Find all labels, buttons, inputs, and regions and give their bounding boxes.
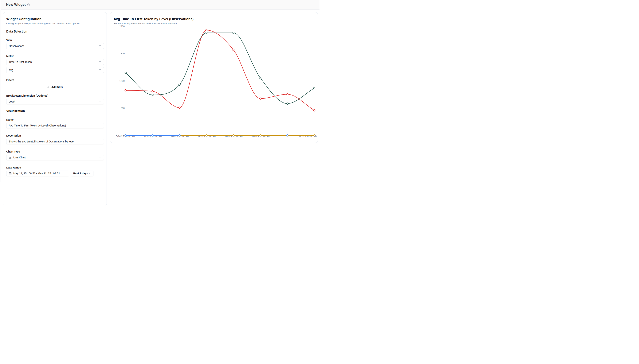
data-point-dark-teal[interactable] <box>206 32 207 34</box>
y-axis-tick-label: 2400 <box>119 25 125 28</box>
line-series-dark-teal <box>126 33 314 104</box>
calendar-icon <box>9 172 12 175</box>
data-point-red[interactable] <box>314 110 315 111</box>
data-point-blue[interactable] <box>152 135 153 136</box>
data-point-orange[interactable] <box>260 135 261 136</box>
page-header: New Widget <box>1 0 320 10</box>
metric-select-value: Time To First Token <box>9 60 32 64</box>
view-select-value: Observations <box>9 44 24 48</box>
add-filter-label: Add filter <box>51 86 63 88</box>
description-input[interactable] <box>6 139 104 144</box>
breakdown-dimension-select[interactable]: Level <box>6 99 104 104</box>
data-point-red[interactable] <box>179 107 180 108</box>
data-point-blue[interactable] <box>179 135 180 136</box>
data-point-red[interactable] <box>125 90 127 91</box>
chevron-down-icon <box>99 68 102 72</box>
chart-type-value: Line Chart <box>13 156 26 159</box>
date-preset-select[interactable]: Past 7 days <box>71 170 94 176</box>
plus-icon <box>47 86 50 88</box>
y-axis-tick-label: 600 <box>121 107 125 110</box>
page-title: New Widget <box>6 3 26 7</box>
data-point-dark-teal[interactable] <box>233 32 234 34</box>
breakdown-select-value: Level <box>9 100 15 103</box>
data-point-red[interactable] <box>206 29 207 31</box>
data-point-red[interactable] <box>152 90 153 92</box>
data-point-dark-teal[interactable] <box>152 94 153 96</box>
metric-label: Metric <box>6 54 104 58</box>
config-panel-title: Widget Configuration <box>6 17 104 21</box>
description-label: Description <box>6 134 104 137</box>
widget-preview-panel: Avg Time To First Token by Level (Observ… <box>110 12 318 143</box>
chevron-down-icon <box>99 44 102 48</box>
view-label: View <box>6 38 104 42</box>
content-left-border <box>1 0 1 182</box>
data-point-blue[interactable] <box>125 135 127 136</box>
chart-type-label: Chart Type <box>6 150 104 153</box>
data-point-red[interactable] <box>287 94 288 95</box>
data-point-orange[interactable] <box>233 135 234 136</box>
date-range-value: May 14, 25 : 08:52 - May 21, 25 : 08:52 <box>13 172 60 175</box>
date-range-button[interactable]: May 14, 25 : 08:52 - May 21, 25 : 08:52 <box>6 170 69 176</box>
breakdown-dimension-label: Breakdown Dimension (Optional) <box>6 94 104 97</box>
line-chart-icon <box>9 156 12 159</box>
data-point-dark-teal[interactable] <box>125 72 127 74</box>
data-point-dark-teal[interactable] <box>287 103 288 104</box>
aggregation-select-value: Avg <box>9 68 13 72</box>
data-selection-heading: Data Selection <box>6 30 104 33</box>
data-point-orange[interactable] <box>206 135 207 136</box>
view-select[interactable]: Observations <box>6 43 104 49</box>
data-point-dark-teal[interactable] <box>314 87 315 89</box>
data-point-red[interactable] <box>233 49 234 51</box>
line-chart: 06001200180024005/14/25, 02:00 AM5/15/25… <box>110 12 318 143</box>
config-panel-subtitle: Configure your widget by selecting data … <box>6 22 104 25</box>
chevron-down-icon <box>99 100 102 103</box>
y-axis-tick-label: 1200 <box>119 80 125 82</box>
add-filter-button[interactable]: Add filter <box>45 84 65 90</box>
chevron-down-icon <box>88 172 91 175</box>
chevron-down-icon <box>99 156 102 159</box>
y-axis-tick-label: 1800 <box>119 52 125 55</box>
data-point-dark-teal[interactable] <box>179 84 180 86</box>
data-point-dark-teal[interactable] <box>260 77 261 79</box>
chevron-down-icon <box>99 60 102 64</box>
aggregation-select[interactable]: Avg <box>6 67 104 73</box>
line-series-red <box>126 30 314 110</box>
data-point-orange[interactable] <box>314 135 315 136</box>
visualization-heading: Visualization <box>6 109 104 113</box>
name-input[interactable] <box>6 123 104 128</box>
metric-select[interactable]: Time To First Token <box>6 59 104 65</box>
chart-type-select[interactable]: Line Chart <box>6 154 104 160</box>
info-icon[interactable] <box>27 4 30 6</box>
name-label: Name <box>6 118 104 121</box>
data-point-blue[interactable] <box>287 135 288 136</box>
widget-configuration-panel: Widget Configuration Configure your widg… <box>3 12 107 182</box>
date-preset-value: Past 7 days <box>73 172 88 175</box>
date-range-label: Date Range <box>6 166 104 169</box>
filters-label: Filters <box>6 78 104 82</box>
data-point-red[interactable] <box>260 98 261 100</box>
